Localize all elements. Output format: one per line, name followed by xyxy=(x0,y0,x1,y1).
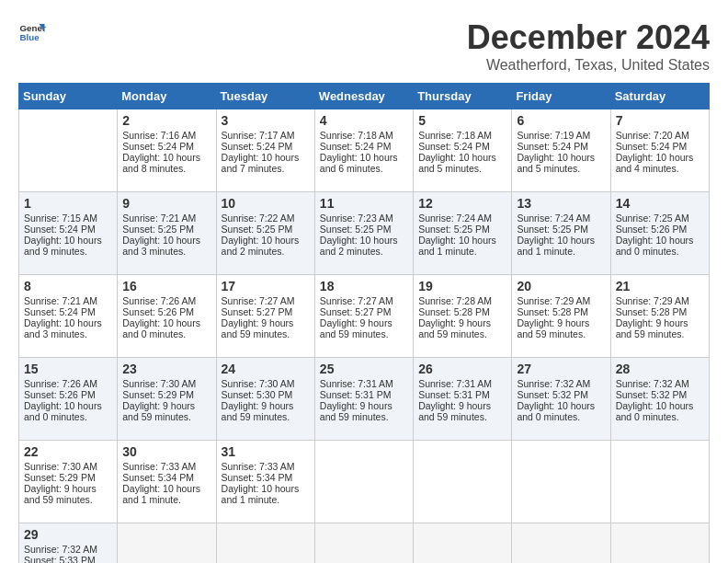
calendar-cell: 14Sunrise: 7:25 AMSunset: 5:26 PMDayligh… xyxy=(610,192,709,275)
calendar-cell xyxy=(118,523,216,564)
daylight-text: Daylight: 9 hours and 59 minutes. xyxy=(320,317,408,339)
daylight-text: Daylight: 9 hours and 59 minutes. xyxy=(418,317,506,339)
sunset-text: Sunset: 5:24 PM xyxy=(320,141,408,152)
calendar-cell: 28Sunrise: 7:32 AMSunset: 5:32 PMDayligh… xyxy=(610,358,709,441)
calendar-header-wednesday: Wednesday xyxy=(314,84,413,109)
calendar-cell: 9Sunrise: 7:21 AMSunset: 5:25 PMDaylight… xyxy=(118,192,216,275)
sunrise-text: Sunrise: 7:29 AM xyxy=(517,295,605,306)
sunset-text: Sunset: 5:28 PM xyxy=(517,306,605,317)
calendar-cell: 23Sunrise: 7:30 AMSunset: 5:29 PMDayligh… xyxy=(118,358,216,441)
daylight-text: Daylight: 10 hours and 5 minutes. xyxy=(418,152,506,174)
title-area: December 2024 Weatherford, Texas, United… xyxy=(467,18,710,74)
calendar-cell: 4Sunrise: 7:18 AMSunset: 5:24 PMDaylight… xyxy=(314,109,413,192)
sunset-text: Sunset: 5:26 PM xyxy=(122,306,210,317)
sunrise-text: Sunrise: 7:28 AM xyxy=(418,295,506,306)
daylight-text: Daylight: 9 hours and 59 minutes. xyxy=(320,400,408,422)
sunrise-text: Sunrise: 7:21 AM xyxy=(24,295,112,306)
daylight-text: Daylight: 9 hours and 59 minutes. xyxy=(616,317,704,339)
day-number: 7 xyxy=(616,113,704,128)
logo-icon: General Blue xyxy=(18,18,46,46)
calendar-cell xyxy=(314,441,413,523)
svg-text:Blue: Blue xyxy=(20,32,40,42)
calendar-cell xyxy=(19,109,118,192)
sunset-text: Sunset: 5:28 PM xyxy=(616,306,704,317)
sunset-text: Sunset: 5:32 PM xyxy=(517,389,605,400)
sunset-text: Sunset: 5:25 PM xyxy=(222,224,310,235)
daylight-text: Daylight: 10 hours and 0 minutes. xyxy=(616,400,704,422)
calendar-cell: 20Sunrise: 7:29 AMSunset: 5:28 PMDayligh… xyxy=(512,275,610,358)
daylight-text: Daylight: 10 hours and 1 minute. xyxy=(122,483,210,505)
daylight-text: Daylight: 10 hours and 2 minutes. xyxy=(320,235,408,257)
calendar-cell: 18Sunrise: 7:27 AMSunset: 5:27 PMDayligh… xyxy=(314,275,413,358)
daylight-text: Daylight: 9 hours and 59 minutes. xyxy=(418,400,506,422)
calendar-week-row: 2Sunrise: 7:16 AMSunset: 5:24 PMDaylight… xyxy=(19,109,710,192)
sunrise-text: Sunrise: 7:23 AM xyxy=(320,213,408,224)
day-number: 12 xyxy=(418,196,506,211)
calendar-cell xyxy=(512,441,610,523)
sunrise-text: Sunrise: 7:29 AM xyxy=(616,295,704,306)
sunrise-text: Sunrise: 7:19 AM xyxy=(517,130,605,141)
day-number: 25 xyxy=(320,362,408,376)
calendar-cell: 5Sunrise: 7:18 AMSunset: 5:24 PMDaylight… xyxy=(414,109,512,192)
daylight-text: Daylight: 10 hours and 4 minutes. xyxy=(616,152,704,174)
calendar-cell xyxy=(610,441,709,523)
sunrise-text: Sunrise: 7:30 AM xyxy=(122,378,210,389)
sunset-text: Sunset: 5:25 PM xyxy=(517,224,605,235)
main-title: December 2024 xyxy=(467,18,710,57)
sunset-text: Sunset: 5:24 PM xyxy=(616,141,704,152)
daylight-text: Daylight: 9 hours and 59 minutes. xyxy=(222,400,310,422)
calendar-week-row: 29Sunrise: 7:32 AMSunset: 5:33 PMDayligh… xyxy=(19,523,710,564)
calendar-table: SundayMondayTuesdayWednesdayThursdayFrid… xyxy=(18,83,710,563)
calendar-cell: 1Sunrise: 7:15 AMSunset: 5:24 PMDaylight… xyxy=(19,192,118,275)
logo: General Blue xyxy=(18,18,46,46)
day-number: 19 xyxy=(418,279,506,293)
daylight-text: Daylight: 10 hours and 0 minutes. xyxy=(122,317,210,339)
calendar-cell: 17Sunrise: 7:27 AMSunset: 5:27 PMDayligh… xyxy=(216,275,314,358)
sunset-text: Sunset: 5:34 PM xyxy=(122,472,210,483)
day-number: 22 xyxy=(24,444,112,459)
day-number: 13 xyxy=(517,196,605,211)
calendar-cell: 13Sunrise: 7:24 AMSunset: 5:25 PMDayligh… xyxy=(512,192,610,275)
sunrise-text: Sunrise: 7:32 AM xyxy=(616,378,704,389)
sunset-text: Sunset: 5:24 PM xyxy=(24,224,112,235)
sunset-text: Sunset: 5:31 PM xyxy=(320,389,408,400)
sunset-text: Sunset: 5:34 PM xyxy=(222,472,310,483)
sunset-text: Sunset: 5:33 PM xyxy=(24,555,112,563)
day-number: 20 xyxy=(517,279,605,293)
calendar-cell: 15Sunrise: 7:26 AMSunset: 5:26 PMDayligh… xyxy=(19,358,118,441)
sunset-text: Sunset: 5:24 PM xyxy=(517,141,605,152)
calendar-cell: 11Sunrise: 7:23 AMSunset: 5:25 PMDayligh… xyxy=(314,192,413,275)
daylight-text: Daylight: 10 hours and 7 minutes. xyxy=(222,152,310,174)
day-number: 2 xyxy=(122,113,210,128)
daylight-text: Daylight: 10 hours and 9 minutes. xyxy=(24,235,112,257)
daylight-text: Daylight: 10 hours and 1 minute. xyxy=(517,235,605,257)
sunset-text: Sunset: 5:26 PM xyxy=(24,389,112,400)
day-number: 14 xyxy=(616,196,704,211)
calendar-cell: 6Sunrise: 7:19 AMSunset: 5:24 PMDaylight… xyxy=(512,109,610,192)
sunrise-text: Sunrise: 7:18 AM xyxy=(320,130,408,141)
calendar-cell: 16Sunrise: 7:26 AMSunset: 5:26 PMDayligh… xyxy=(118,275,216,358)
calendar-cell: 31Sunrise: 7:33 AMSunset: 5:34 PMDayligh… xyxy=(216,441,314,523)
sunrise-text: Sunrise: 7:25 AM xyxy=(616,213,704,224)
sunset-text: Sunset: 5:24 PM xyxy=(122,141,210,152)
sunrise-text: Sunrise: 7:27 AM xyxy=(222,295,310,306)
subtitle: Weatherford, Texas, United States xyxy=(467,57,710,74)
calendar-cell: 3Sunrise: 7:17 AMSunset: 5:24 PMDaylight… xyxy=(216,109,314,192)
sunrise-text: Sunrise: 7:32 AM xyxy=(24,544,112,555)
daylight-text: Daylight: 9 hours and 59 minutes. xyxy=(122,400,210,422)
calendar-cell: 30Sunrise: 7:33 AMSunset: 5:34 PMDayligh… xyxy=(118,441,216,523)
sunset-text: Sunset: 5:27 PM xyxy=(222,306,310,317)
sunset-text: Sunset: 5:25 PM xyxy=(418,224,506,235)
calendar-week-row: 15Sunrise: 7:26 AMSunset: 5:26 PMDayligh… xyxy=(19,358,710,441)
sunrise-text: Sunrise: 7:17 AM xyxy=(222,130,310,141)
day-number: 27 xyxy=(517,362,605,376)
sunrise-text: Sunrise: 7:16 AM xyxy=(122,130,210,141)
daylight-text: Daylight: 10 hours and 2 minutes. xyxy=(222,235,310,257)
calendar-header-row: SundayMondayTuesdayWednesdayThursdayFrid… xyxy=(19,84,710,109)
calendar-header-monday: Monday xyxy=(118,84,216,109)
calendar-header-saturday: Saturday xyxy=(610,84,709,109)
calendar-cell: 19Sunrise: 7:28 AMSunset: 5:28 PMDayligh… xyxy=(414,275,512,358)
sunrise-text: Sunrise: 7:30 AM xyxy=(222,378,310,389)
day-number: 5 xyxy=(418,113,506,128)
calendar-cell xyxy=(610,523,709,564)
